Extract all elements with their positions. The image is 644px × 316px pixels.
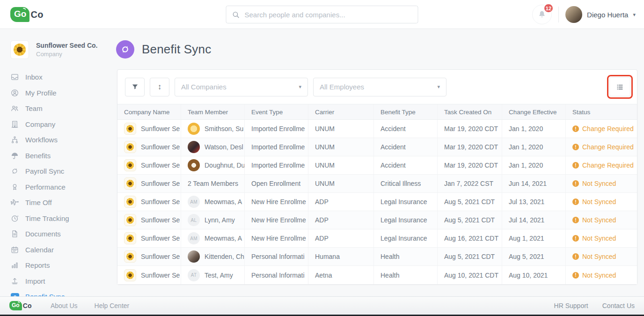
warning-icon bbox=[572, 180, 579, 187]
footer-link-help-center[interactable]: Help Center bbox=[95, 302, 130, 309]
carrier-cell: UNUM bbox=[308, 175, 374, 192]
table-row[interactable]: Sunflower SeKittenden, ChPersonal Inform… bbox=[117, 248, 637, 266]
sidebar-item-time-tracking[interactable]: Time Tracking bbox=[0, 211, 112, 227]
table-row[interactable]: Sunflower Se2 Team MembersOpen Enrollmen… bbox=[117, 175, 637, 193]
company-logo-icon bbox=[124, 214, 136, 226]
footer: Go Co About Us Help Center HR Support Co… bbox=[0, 296, 644, 315]
sidebar-item-label: Benefits bbox=[25, 152, 51, 160]
status-badge: Change Required bbox=[582, 162, 634, 169]
documents-icon bbox=[10, 229, 19, 238]
table-header-row: Company NameTeam MemberEvent TypeCarrier… bbox=[117, 104, 637, 120]
task-created-cell: Mar 19, 2020 CDT bbox=[438, 138, 502, 156]
sidebar-item-label: Time Off bbox=[25, 198, 52, 206]
list-icon bbox=[615, 82, 625, 92]
column-header-company-name: Company Name bbox=[117, 104, 181, 119]
sidebar-item-calendar[interactable]: Calendar bbox=[0, 242, 112, 258]
company-name-cell: Sunflower Se bbox=[117, 266, 181, 284]
goco-footer-logo[interactable]: Go Co bbox=[9, 301, 32, 310]
search-input[interactable] bbox=[245, 11, 412, 19]
benefit-type-cell: Accident bbox=[374, 138, 438, 156]
benefit-type-cell: Legal Insurance bbox=[374, 211, 438, 229]
task-created-cell: Aug 5, 2021 CDT bbox=[438, 211, 502, 229]
page-title: Benefit Sync bbox=[142, 42, 211, 57]
company-logo-icon bbox=[124, 123, 136, 135]
sidebar-item-company[interactable]: Company bbox=[0, 117, 112, 132]
table-row[interactable]: Sunflower SeAMMeowmas, ANew Hire Enrollm… bbox=[117, 193, 637, 211]
notifications-button[interactable]: 12 bbox=[532, 5, 552, 24]
column-header-status: Status bbox=[566, 104, 638, 119]
sidebar-item-my-profile[interactable]: My Profile bbox=[0, 85, 112, 101]
benefit-sync-icon bbox=[116, 40, 134, 59]
status-cell: Change Required bbox=[566, 120, 638, 138]
calendar-icon bbox=[10, 245, 19, 254]
user-menu[interactable]: Diego Huerta ▾ bbox=[565, 6, 636, 23]
table-row[interactable]: Sunflower SeWatson, DeslImported Enrollm… bbox=[117, 138, 637, 156]
sidebar-item-label: Calendar bbox=[25, 246, 54, 254]
goco-logo-badge: Go bbox=[10, 7, 29, 22]
event-type-cell: Personal Informati bbox=[245, 248, 308, 265]
event-type-cell: New Hire Enrollme bbox=[245, 229, 308, 247]
sidebar-item-label: Import bbox=[25, 277, 45, 285]
member-avatar bbox=[188, 250, 200, 263]
sidebar-item-time-off[interactable]: Time Off bbox=[0, 195, 112, 211]
sidebar-item-inbox[interactable]: Inbox bbox=[0, 69, 112, 85]
main-content: Benefit Sync ↕ All Companies ▾ All Emplo… bbox=[112, 29, 644, 59]
employee-filter-select[interactable]: All Employees ▾ bbox=[313, 78, 446, 96]
event-type-cell: New Hire Enrollme bbox=[245, 211, 308, 229]
company-logo-icon bbox=[124, 141, 136, 153]
sidebar-item-documents[interactable]: Documents bbox=[0, 226, 112, 242]
goco-logo[interactable]: Go Co bbox=[10, 7, 44, 22]
company-name-cell: Sunflower Se bbox=[117, 120, 181, 138]
sidebar-item-label: Workflows bbox=[25, 136, 58, 144]
list-view-button[interactable] bbox=[609, 77, 630, 96]
user-name: Diego Huerta bbox=[587, 11, 628, 19]
company-filter-select[interactable]: All Companies ▾ bbox=[175, 78, 308, 96]
warning-icon bbox=[572, 217, 579, 223]
sidebar-item-label: Company bbox=[25, 120, 55, 128]
sidebar-item-label: Documents bbox=[25, 230, 61, 238]
member-initials-avatar: AT bbox=[188, 269, 200, 281]
sidebar-item-performance[interactable]: Performance bbox=[0, 179, 112, 195]
company-switcher[interactable]: Sunflower Seed Co. Company bbox=[10, 40, 112, 59]
sidebar-item-import[interactable]: Import bbox=[0, 273, 112, 289]
benefits-icon bbox=[10, 151, 19, 160]
table-row[interactable]: Sunflower SeATTest, AmyPersonal Informat… bbox=[117, 266, 637, 284]
company-name-cell: Sunflower Se bbox=[117, 229, 181, 247]
change-effective-cell: Jan 1, 2020 bbox=[502, 156, 566, 174]
table-row[interactable]: Sunflower SeDoughnut, DuImported Enrollm… bbox=[117, 156, 637, 175]
header-divider bbox=[558, 7, 559, 22]
time-tracking-icon bbox=[10, 214, 19, 223]
table-row[interactable]: Sunflower SeAMMeowmas, ANew Hire Enrollm… bbox=[117, 229, 637, 248]
status-badge: Change Required bbox=[582, 143, 634, 151]
change-effective-cell: Jun 14, 2021 bbox=[502, 175, 566, 192]
sidebar-item-benefits[interactable]: Benefits bbox=[0, 148, 112, 164]
task-created-cell: Mar 19, 2020 CDT bbox=[438, 120, 502, 138]
warning-icon bbox=[572, 198, 579, 205]
profile-icon bbox=[10, 88, 19, 97]
sidebar-item-team[interactable]: Team bbox=[0, 101, 112, 117]
footer-link-hr-support[interactable]: HR Support bbox=[554, 302, 588, 309]
change-effective-cell: Jan 1, 2020 bbox=[502, 120, 566, 138]
table-toolbar: ↕ All Companies ▾ All Employees ▾ bbox=[117, 70, 637, 104]
warning-icon bbox=[572, 125, 579, 132]
footer-link-contact-us[interactable]: Contact Us bbox=[602, 302, 635, 309]
footer-link-about-us[interactable]: About Us bbox=[51, 302, 78, 309]
benefit-sync-card: ↕ All Companies ▾ All Employees ▾ Compan… bbox=[117, 69, 637, 285]
status-cell: Not Synced bbox=[566, 193, 638, 211]
sidebar-item-payroll-sync[interactable]: Payroll Sync bbox=[0, 163, 112, 179]
event-type-cell: New Hire Enrollme bbox=[245, 193, 308, 211]
filter-button[interactable] bbox=[125, 78, 145, 96]
carrier-cell: ADP bbox=[308, 229, 374, 247]
sidebar-item-workflows[interactable]: Workflows bbox=[0, 132, 112, 148]
task-created-cell: Aug 5, 2021 CDT bbox=[438, 193, 502, 211]
benefit-type-cell: Health bbox=[374, 248, 438, 265]
sidebar-item-label: Inbox bbox=[25, 73, 43, 81]
workflows-icon bbox=[10, 135, 19, 144]
table-row[interactable]: Sunflower SeALLynn, AmyNew Hire Enrollme… bbox=[117, 211, 637, 229]
table-row[interactable]: Sunflower SeSmithson, SuImported Enrollm… bbox=[117, 120, 637, 138]
column-header-task-created-on: Task Created On bbox=[438, 104, 502, 119]
inbox-icon bbox=[10, 73, 19, 81]
sort-button[interactable]: ↕ bbox=[150, 78, 169, 96]
sidebar-item-reports[interactable]: Reports bbox=[0, 257, 112, 273]
company-name: Sunflower Seed Co. bbox=[36, 42, 97, 49]
